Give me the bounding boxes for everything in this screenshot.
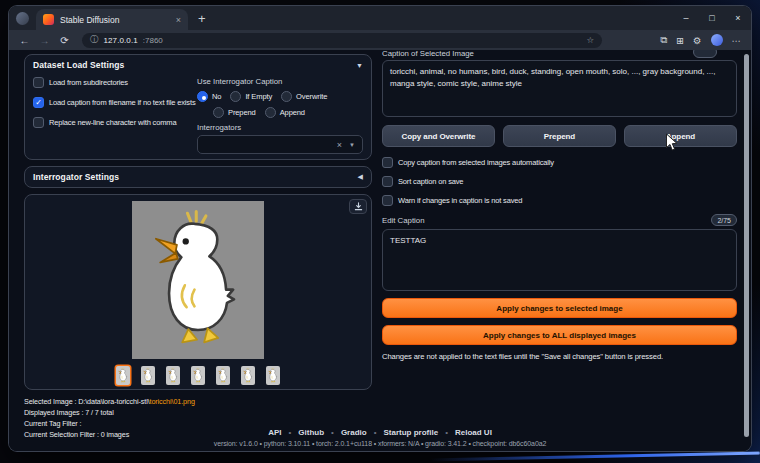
caption-display-textarea[interactable]: toricchi, animal, no humans, bird, duck,… [382,60,737,117]
image-viewer-panel [24,194,372,390]
chevron-down-icon[interactable]: ▼ [349,142,355,148]
tab-close-icon[interactable]: × [176,15,181,25]
tab-search-icon[interactable] [16,12,29,25]
prepend-button[interactable]: Prepend [503,125,616,147]
apply-changes-selected-button[interactable]: Apply changes to selected image [382,298,737,318]
url-port: :7860 [143,36,163,45]
thumbnail[interactable] [141,366,155,385]
toolbar-icons: ⧉ ⊞ ⚙ ⋯ [660,34,743,46]
browser-tab[interactable]: Stable Diffusion × [36,9,188,30]
dropdown-clear-icon[interactable]: × [337,140,342,150]
panel-title: Interrogator Settings [33,172,119,182]
settings-menu-icon[interactable]: ⋯ [732,35,742,46]
radio-prepend[interactable]: Prepend [213,107,256,118]
address-bar[interactable]: ⓘ 127.0.0.1 :7860 ☆ [82,33,602,48]
interrogator-settings-panel: Interrogator Settings ◀ [24,166,372,188]
caption-counter-badge [693,50,717,58]
checkbox-warn-unsaved[interactable]: Warn if changes in caption is not saved [382,195,737,206]
dataset-load-settings-header[interactable]: Dataset Load Settings ▼ [33,60,363,70]
append-button[interactable]: Append [624,125,737,147]
dataset-load-settings-panel: Dataset Load Settings ▼ Load from subdir… [24,54,372,160]
checkbox-icon[interactable] [382,157,393,168]
checkbox-label: Sort caption on save [398,177,463,186]
favicon-icon [43,14,54,25]
extensions-icon[interactable]: ⚙ [693,35,702,46]
edit-caption-textarea[interactable]: TESTTAG [382,229,737,291]
page-footer: API • Github • Gradio • Startup profile … [9,428,751,447]
checkbox-checked-icon[interactable] [33,97,44,108]
footer-link-api[interactable]: API [268,428,281,437]
thumbnail[interactable] [216,366,230,385]
footer-link-github[interactable]: Github [298,428,324,437]
accordion-open-icon: ▼ [356,62,363,69]
site-info-icon[interactable]: ⓘ [90,34,99,46]
footer-link-gradio[interactable]: Gradio [341,428,367,437]
footer-link-reload-ui[interactable]: Reload UI [455,428,492,437]
radio-icon[interactable] [213,107,224,118]
new-tab-button[interactable]: + [198,11,206,26]
mouse-cursor [665,133,678,156]
page-scrollbar[interactable] [743,52,749,447]
footer-link-startup-profile[interactable]: Startup profile [383,428,438,437]
caption-of-selected-image-label: Caption of Selected Image [382,50,474,58]
footer-separator: • [288,428,291,437]
version-info: version: v1.6.0 • python: 3.10.11 • torc… [9,440,751,447]
window-controls: – □ × [673,6,751,30]
apply-changes-all-button[interactable]: Apply changes to ALL displayed images [382,325,737,345]
footer-separator: • [445,428,448,437]
download-icon [354,202,363,211]
checkbox-load-subdirectories[interactable]: Load from subdirectories [33,77,189,88]
page-content: Dataset Load Settings ▼ Load from subdir… [9,50,751,451]
interrogator-settings-header[interactable]: Interrogator Settings ◀ [33,172,363,182]
radio-icon[interactable] [230,91,241,102]
panel-title: Dataset Load Settings [33,60,124,70]
checkbox-icon[interactable] [382,195,393,206]
radio-if-empty[interactable]: If Empty [230,91,272,102]
checkbox-icon[interactable] [33,117,44,128]
radio-overwrite[interactable]: Overwrite [281,91,327,102]
minimize-button[interactable]: – [673,6,699,30]
radio-icon[interactable] [281,91,292,102]
selected-image-path: Selected Image : D:\data\lora-toricchi-s… [24,396,372,407]
forward-icon[interactable]: → [37,35,52,46]
checkbox-load-caption-filename[interactable]: Load caption from filename if no text fi… [33,97,189,108]
favorite-star-icon[interactable]: ☆ [586,35,594,45]
back-icon[interactable]: ← [17,35,32,46]
checkbox-icon[interactable] [382,176,393,187]
thumbnail[interactable] [241,366,255,385]
edit-caption-counter-badge: 2/75 [711,214,737,226]
download-image-button[interactable] [349,199,367,214]
thumbnail[interactable] [166,366,180,385]
scrollbar-thumb[interactable] [744,54,749,437]
close-button[interactable]: × [725,6,751,30]
radio-selected-icon[interactable] [197,91,208,102]
desktop-background: Stable Diffusion × + – □ × ← → ⟳ ⓘ 127.0… [0,0,760,463]
split-screen-icon[interactable]: ⧉ [660,34,667,46]
url-host: 127.0.0.1 [104,36,138,45]
copy-and-overwrite-button[interactable]: Copy and Overwrite [382,125,495,147]
checkbox-auto-copy-caption[interactable]: Copy caption from selected images automa… [382,157,737,168]
checkbox-icon[interactable] [33,77,44,88]
selected-image-preview [132,201,264,359]
radio-append[interactable]: Append [265,107,305,118]
footer-separator: • [374,428,377,437]
checkbox-replace-newline[interactable]: Replace new-line character with comma [33,117,189,128]
interrogators-dropdown[interactable]: × ▼ [197,135,363,154]
collections-icon[interactable]: ⊞ [676,35,684,46]
checkbox-sort-caption-on-save[interactable]: Sort caption on save [382,176,737,187]
thumbnail[interactable] [266,366,280,385]
checkbox-label: Warn if changes in caption is not saved [398,196,522,205]
radio-icon[interactable] [265,107,276,118]
edit-caption-label: Edit Caption [382,216,424,225]
use-interrogator-caption-label: Use Interrogator Caption [197,77,363,86]
thumbnail-selected[interactable] [116,366,130,385]
wallpaper-accent [430,452,760,462]
refresh-icon[interactable]: ⟳ [57,35,72,46]
footer-separator: • [331,428,334,437]
radio-no[interactable]: No [197,91,221,102]
maximize-button[interactable]: □ [699,6,725,30]
accordion-closed-icon: ◀ [358,173,363,181]
browser-window: Stable Diffusion × + – □ × ← → ⟳ ⓘ 127.0… [9,6,751,451]
thumbnail[interactable] [191,366,205,385]
profile-avatar[interactable] [711,34,723,46]
